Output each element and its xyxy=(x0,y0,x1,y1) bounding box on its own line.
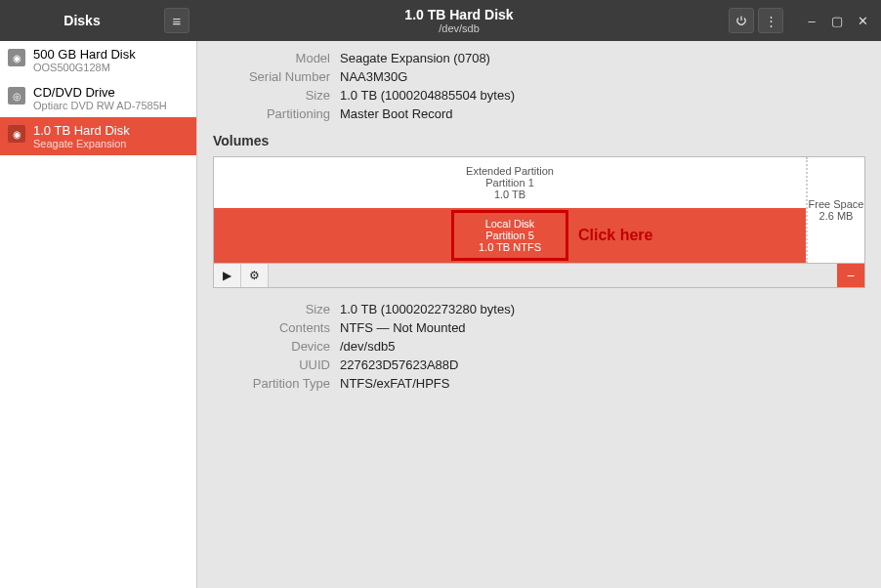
sidebar-item-disk-1[interactable]: ◎ CD/DVD Drive Optiarc DVD RW AD-7585H xyxy=(0,79,196,117)
main-panel: Model Seagate Expansion (0708) Serial Nu… xyxy=(197,41,881,588)
p-type-value: NTFS/exFAT/HPFS xyxy=(340,376,865,391)
p-uuid-value: 227623D57623A88D xyxy=(340,357,865,372)
p-uuid-label: UUID xyxy=(213,357,330,372)
sidebar-item-disk-0[interactable]: ◉ 500 GB Hard Disk OOS500G128M xyxy=(0,41,196,79)
volume-free-space[interactable]: Free Space 2.6 MB xyxy=(806,157,864,263)
minimize-icon: – xyxy=(808,14,815,28)
model-label: Model xyxy=(213,51,330,65)
titlebar-center: 1.0 TB Hard Disk /dev/sdb xyxy=(197,7,721,34)
hdd-icon: ◉ xyxy=(8,125,25,143)
sidebar-item-sublabel: OOS500G128M xyxy=(33,62,136,73)
close-icon: ✕ xyxy=(858,14,868,28)
cd-icon: ◎ xyxy=(8,87,25,105)
sidebar-item-label: 500 GB Hard Disk xyxy=(33,47,136,62)
minimize-button[interactable]: – xyxy=(801,8,822,33)
mount-button[interactable]: ▶ xyxy=(214,264,241,287)
app-title: Disks xyxy=(8,13,156,28)
titlebar-left: Disks ≡ xyxy=(0,8,197,33)
play-icon: ▶ xyxy=(223,269,231,282)
titlebar-right: ⋮ – ▢ ✕ xyxy=(721,8,881,33)
partitioning-value: Master Boot Record xyxy=(340,106,865,121)
titlebar: Disks ≡ 1.0 TB Hard Disk /dev/sdb ⋮ – ▢ … xyxy=(0,0,881,41)
partition-options-button[interactable]: ⚙ xyxy=(241,264,269,287)
serial-value: NAA3M30G xyxy=(340,69,865,84)
p-contents-value: NTFS — Not Mounted xyxy=(340,320,865,335)
power-icon xyxy=(735,15,747,26)
sidebar-menu-button[interactable]: ≡ xyxy=(164,8,189,33)
p-size-value: 1.0 TB (1000202273280 bytes) xyxy=(340,302,865,316)
power-button[interactable] xyxy=(729,8,754,33)
sidebar: ◉ 500 GB Hard Disk OOS500G128M ◎ CD/DVD … xyxy=(0,41,197,588)
gears-icon: ⚙ xyxy=(249,269,260,282)
hdd-icon: ◉ xyxy=(8,49,25,66)
kebab-icon: ⋮ xyxy=(765,14,777,28)
partitioning-label: Partitioning xyxy=(213,106,330,121)
volume-extended-header: Extended Partition Partition 1 1.0 TB xyxy=(214,157,806,208)
sidebar-item-label: CD/DVD Drive xyxy=(33,85,167,100)
volume-logical-selected[interactable]: Local Disk Partition 5 1.0 TB NTFS Click… xyxy=(214,208,806,263)
window-subtitle: /dev/sdb xyxy=(197,22,721,34)
minus-icon: – xyxy=(848,269,855,282)
model-value: Seagate Expansion (0708) xyxy=(340,51,865,65)
size-value: 1.0 TB (1000204885504 bytes) xyxy=(340,88,865,103)
sidebar-item-disk-2[interactable]: ◉ 1.0 TB Hard Disk Seagate Expansion xyxy=(0,117,196,155)
sidebar-item-sublabel: Optiarc DVD RW AD-7585H xyxy=(33,100,167,111)
content: ◉ 500 GB Hard Disk OOS500G128M ◎ CD/DVD … xyxy=(0,41,881,588)
partition-info: Size 1.0 TB (1000202273280 bytes) Conten… xyxy=(213,302,865,391)
delete-partition-button[interactable]: – xyxy=(837,264,864,287)
drive-info: Model Seagate Expansion (0708) Serial Nu… xyxy=(213,51,865,121)
close-button[interactable]: ✕ xyxy=(852,8,873,33)
volumes-diagram: Extended Partition Partition 1 1.0 TB Lo… xyxy=(213,156,865,264)
volumes-header: Volumes xyxy=(213,133,865,148)
volume-extended[interactable]: Extended Partition Partition 1 1.0 TB Lo… xyxy=(214,157,806,263)
p-device-label: Device xyxy=(213,339,330,354)
window-title: 1.0 TB Hard Disk xyxy=(197,7,721,22)
maximize-icon: ▢ xyxy=(831,14,843,28)
p-contents-label: Contents xyxy=(213,320,330,335)
volumes-toolbar: ▶ ⚙ – xyxy=(213,264,865,288)
sidebar-item-label: 1.0 TB Hard Disk xyxy=(33,123,130,138)
size-label: Size xyxy=(213,88,330,103)
serial-label: Serial Number xyxy=(213,69,330,84)
p-size-label: Size xyxy=(213,302,330,316)
p-device-value: /dev/sdb5 xyxy=(340,339,865,354)
maximize-button[interactable]: ▢ xyxy=(826,8,848,33)
drive-menu-button[interactable]: ⋮ xyxy=(758,8,783,33)
sidebar-item-sublabel: Seagate Expansion xyxy=(33,138,130,149)
p-type-label: Partition Type xyxy=(213,376,330,391)
